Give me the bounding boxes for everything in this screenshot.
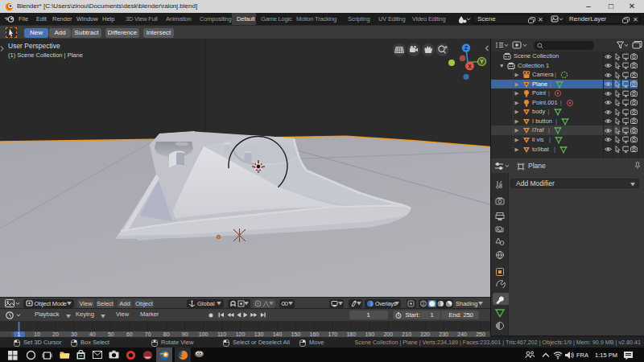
svg-text:X: X [468,64,472,69]
svg-text:Z: Z [464,45,468,51]
svg-text:Y: Y [480,59,484,64]
